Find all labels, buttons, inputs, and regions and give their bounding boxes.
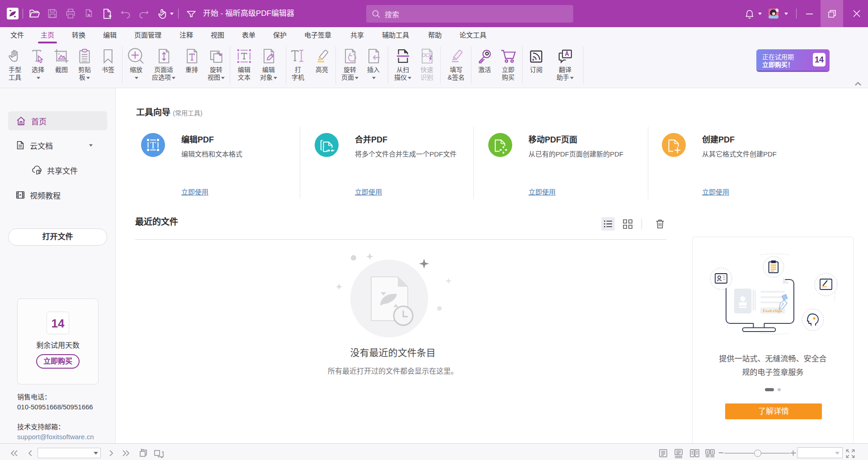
- svg-text:T: T: [150, 139, 156, 151]
